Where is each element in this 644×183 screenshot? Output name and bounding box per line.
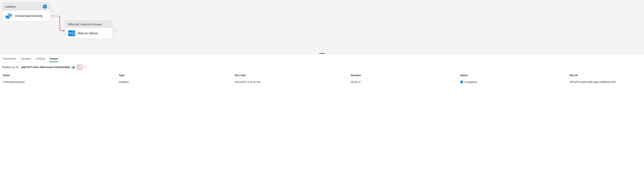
status-label: In progress [464,80,477,84]
cell-status: In progress [457,79,567,86]
activity-body: OnlineSalesActivity [3,10,50,21]
success-port-icon[interactable]: ✓ [114,28,117,32]
outlook-icon [68,30,75,36]
svg-rect-3 [8,17,9,18]
output-table: Name Type Run start Duration Status Run … [0,72,644,85]
cell-run-id: aff7ed76-25ad-4485-a6ed-49d3b1ecc067 [567,79,644,86]
svg-rect-4 [8,14,12,17]
failure-port-icon[interactable]: ✕ [51,14,54,18]
panel-resize-handle[interactable] [319,53,325,54]
tab-output[interactable]: Output [49,56,58,62]
refresh-button[interactable]: ↻ [77,65,82,70]
activity-body: Mail on failure [66,28,112,39]
activity-name: Mail on failure [78,32,98,35]
dataflow-icon [6,13,12,19]
activity-name: OnlineSalesActivity [15,14,43,18]
activity-dataflow[interactable]: Dataflow OnlineSalesActivity [2,2,50,22]
table-header-row: Name Type Run start Duration Status Run … [0,72,644,79]
info-icon[interactable]: i [84,66,87,68]
activity-type-label: Office365 Outlook (Preview) [68,23,102,26]
success-port-icon[interactable]: ✓ [51,10,54,13]
pipeline-run-info: Pipeline run ID: aa8e7b77-5a5c-4264-bea8… [0,62,644,72]
in-progress-icon [460,80,463,84]
activity-type-label: Dataflow [5,5,16,8]
header-name[interactable]: Name [0,72,116,79]
activity-outlook[interactable]: Office365 Outlook (Preview) Mail on fail… [65,21,112,39]
header-type[interactable]: Type [116,72,232,79]
tab-parameters[interactable]: Parameters [2,56,16,62]
failure-connector [54,16,65,31]
cell-duration: 00:00:12 [348,79,457,86]
header-status[interactable]: Status [457,72,567,79]
svg-rect-2 [7,17,8,18]
header-duration[interactable]: Duration [348,72,457,79]
output-tabs: Parameters Variables Settings Output [0,54,644,62]
run-id-value: aa8e7b77-5a5c-4264-bea8-a7103c52d3a8 [21,66,70,68]
in-progress-icon [43,4,47,8]
cell-name: OnlineSalesActivity [0,79,116,86]
activity-header: Office365 Outlook (Preview) [66,21,112,28]
cell-run-start: 4/21/2023, 6:18:31 PM [232,79,348,86]
cell-type: Dataflow [116,79,232,86]
header-run-start[interactable]: Run start [232,72,348,79]
glasses-icon[interactable]: [◉] [72,66,75,68]
header-run-id[interactable]: Run ID [567,72,644,79]
tab-settings[interactable]: Settings [36,56,46,62]
pipeline-canvas[interactable]: Dataflow OnlineSalesActivity ✓ ✕ Office3… [0,0,644,54]
run-id-label: Pipeline run ID: [2,66,19,68]
activity-header: Dataflow [3,3,50,10]
tab-variables[interactable]: Variables [20,56,31,62]
table-row[interactable]: OnlineSalesActivity Dataflow 4/21/2023, … [0,79,644,86]
svg-rect-1 [6,17,7,18]
